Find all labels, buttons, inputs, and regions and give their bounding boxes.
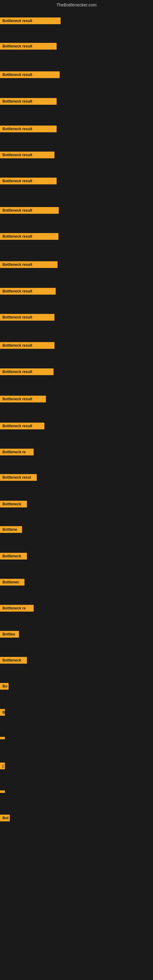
bottleneck-item-1[interactable]: Bottleneck result: [0, 18, 61, 25]
bottleneck-label-24: Bottlen: [0, 631, 19, 638]
bottleneck-label-14: Bottleneck result: [0, 368, 54, 375]
bottleneck-item-19[interactable]: Bottleneck: [0, 501, 27, 509]
bottleneck-item-4[interactable]: Bottleneck result: [0, 98, 57, 106]
bottleneck-item-17[interactable]: Bottleneck re: [0, 449, 33, 457]
site-header: TheBottlenecker.com: [0, 0, 153, 9]
bottleneck-label-29: |: [0, 762, 5, 769]
bottleneck-item-8[interactable]: Bottleneck result: [0, 207, 59, 215]
bottleneck-item-21[interactable]: Bottleneck: [0, 553, 27, 561]
bottleneck-label-3: Bottleneck result: [0, 72, 60, 78]
bottleneck-label-6: Bottleneck result: [0, 151, 54, 158]
bottleneck-label-10: Bottleneck result: [0, 261, 57, 268]
bottleneck-item-22[interactable]: Bottlenec: [0, 579, 24, 587]
bottleneck-label-20: Bottlene: [0, 526, 22, 533]
bottleneck-label-7: Bottleneck result: [0, 178, 57, 185]
bottleneck-item-3[interactable]: Bottleneck result: [0, 72, 60, 79]
bottleneck-item-15[interactable]: Bottleneck result: [0, 396, 46, 404]
bottleneck-label-16: Bottleneck result: [0, 423, 45, 430]
bottleneck-label-30: [0, 791, 5, 793]
bottleneck-item-9[interactable]: Bottleneck result: [0, 233, 59, 241]
bottleneck-item-7[interactable]: Bottleneck result: [0, 178, 57, 186]
bottleneck-item-11[interactable]: Bottleneck result: [0, 288, 56, 296]
bottleneck-label-31: Bot: [0, 815, 10, 821]
bottleneck-item-25[interactable]: Bottleneck: [0, 657, 27, 665]
bottleneck-label-26: Bo: [0, 683, 9, 690]
bottleneck-item-14[interactable]: Bottleneck result: [0, 368, 54, 376]
bottleneck-label-19: Bottleneck: [0, 501, 27, 508]
bottleneck-label-12: Bottleneck result: [0, 314, 54, 321]
bottleneck-label-5: Bottleneck result: [0, 126, 57, 132]
bottleneck-label-28: [0, 737, 5, 739]
bottleneck-label-23: Bottleneck re: [0, 605, 33, 612]
bottleneck-item-28[interactable]: [0, 735, 5, 740]
bottleneck-item-10[interactable]: Bottleneck result: [0, 261, 57, 269]
bottleneck-item-5[interactable]: Bottleneck result: [0, 126, 57, 134]
bottleneck-label-1: Bottleneck result: [0, 18, 61, 24]
bottleneck-label-4: Bottleneck result: [0, 98, 57, 105]
bottleneck-item-6[interactable]: Bottleneck result: [0, 151, 54, 159]
bottleneck-item-18[interactable]: Bottleneck resul: [0, 474, 37, 482]
bottleneck-label-21: Bottleneck: [0, 553, 27, 560]
bottleneck-item-23[interactable]: Bottleneck re: [0, 605, 33, 613]
bottleneck-item-29[interactable]: |: [0, 762, 5, 770]
bottleneck-item-31[interactable]: Bot: [0, 815, 10, 822]
bottleneck-item-13[interactable]: Bottleneck result: [0, 342, 54, 350]
bottleneck-label-11: Bottleneck result: [0, 288, 56, 294]
bottleneck-label-15: Bottleneck result: [0, 396, 46, 402]
bottleneck-label-22: Bottlenec: [0, 579, 24, 585]
bottleneck-label-17: Bottleneck re: [0, 449, 33, 455]
bottleneck-label-27: B: [0, 709, 5, 716]
bottleneck-item-12[interactable]: Bottleneck result: [0, 314, 54, 322]
bottleneck-item-16[interactable]: Bottleneck result: [0, 423, 45, 431]
bottleneck-label-18: Bottleneck resul: [0, 474, 37, 481]
bottleneck-label-8: Bottleneck result: [0, 207, 59, 214]
bottleneck-label-25: Bottleneck: [0, 657, 27, 663]
bottleneck-item-26[interactable]: Bo: [0, 683, 9, 691]
bottleneck-item-27[interactable]: B: [0, 709, 5, 717]
bottleneck-item-24[interactable]: Bottlen: [0, 631, 19, 639]
bottleneck-label-13: Bottleneck result: [0, 342, 54, 349]
bottleneck-label-2: Bottleneck result: [0, 43, 57, 49]
bottleneck-item-20[interactable]: Bottlene: [0, 526, 22, 534]
bottleneck-item-30[interactable]: [0, 789, 5, 794]
bottleneck-item-2[interactable]: Bottleneck result: [0, 43, 57, 51]
bottleneck-label-9: Bottleneck result: [0, 233, 59, 240]
